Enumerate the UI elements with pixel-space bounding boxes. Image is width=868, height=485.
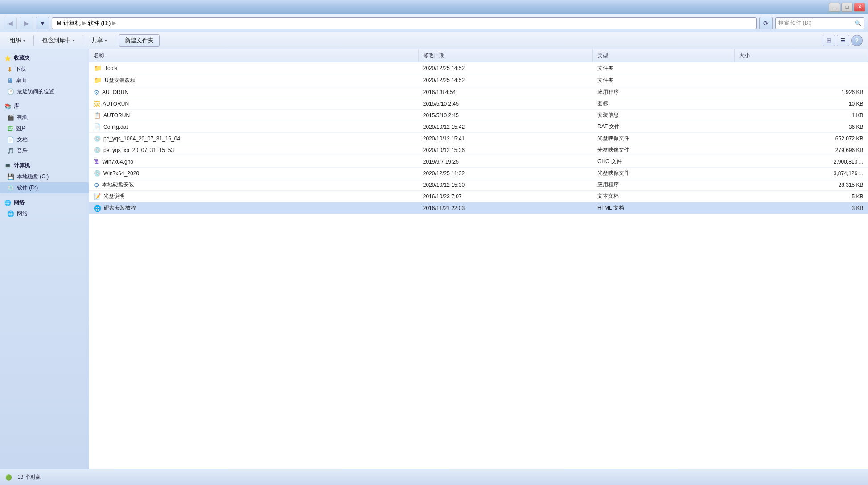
sidebar-item-d-drive[interactable]: 💿 软件 (D:) (0, 182, 89, 193)
download-icon: ⬇ (7, 66, 12, 73)
file-icon-folder: 📁 (94, 64, 102, 72)
breadcrumb-drive[interactable]: 软件 (D:) (88, 19, 111, 27)
sidebar-item-network[interactable]: 🌐 网络 (0, 208, 89, 219)
favorites-section: ⭐ 收藏夹 ⬇ 下载 🖥 桌面 🕐 最近访问的位置 (0, 53, 89, 97)
file-icon-iso: 💿 (94, 170, 101, 177)
column-size[interactable]: 大小 (734, 49, 868, 62)
c-drive-icon: 💾 (7, 173, 14, 180)
toolbar: 组织 ▾ 包含到库中 ▾ 共享 ▾ 新建文件夹 ⊞ ☰ ? (0, 32, 868, 49)
file-type: 文本文档 (593, 191, 734, 202)
file-size: 3,874,126 ... (734, 168, 868, 179)
maximize-button[interactable]: □ (841, 3, 853, 12)
star-icon: ⭐ (4, 55, 11, 62)
table-row[interactable]: 🌐 硬盘安装教程 2016/11/21 22:03 HTML 文档 3 KB (89, 202, 868, 214)
file-size: 1,926 KB (734, 86, 868, 98)
file-name: AUTORUN (102, 89, 128, 95)
file-modified: 2019/9/7 19:25 (419, 156, 593, 168)
file-type: 安装信息 (593, 110, 734, 121)
table-row[interactable]: 💿 Win7x64_2020 2020/12/25 11:32 光盘映像文件 3… (89, 168, 868, 179)
breadcrumb-sep-2: ▶ (112, 20, 116, 26)
file-name: Win7x64.gho (102, 159, 133, 165)
file-name: 光盘说明 (103, 193, 125, 200)
sidebar-item-recent[interactable]: 🕐 最近访问的位置 (0, 86, 89, 97)
file-type: 应用程序 (593, 179, 734, 191)
sidebar-item-doc[interactable]: 📄 文档 (0, 134, 89, 145)
file-modified: 2015/5/10 2:45 (419, 98, 593, 110)
column-name[interactable]: 名称 (89, 49, 419, 62)
file-name: pe_yqs_xp_20_07_31_15_53 (103, 147, 174, 153)
table-row[interactable]: 🗜 Win7x64.gho 2019/9/7 19:25 GHO 文件 2,90… (89, 156, 868, 168)
network-section: 🌐 网络 🌐 网络 (0, 197, 89, 219)
sidebar-item-video[interactable]: 🎬 视频 (0, 112, 89, 123)
refresh-button[interactable]: ⟳ (759, 17, 773, 29)
file-type: GHO 文件 (593, 156, 734, 168)
file-size (734, 74, 868, 86)
table-row[interactable]: 📁 U盘安装教程 2020/12/25 14:52 文件夹 (89, 74, 868, 86)
file-name: 本地硬盘安装 (102, 181, 134, 189)
table-row[interactable]: 📋 AUTORUN 2015/5/10 2:45 安装信息 1 KB (89, 110, 868, 121)
minimize-button[interactable]: – (829, 3, 840, 12)
file-size: 28,315 KB (734, 179, 868, 191)
file-modified: 2016/11/21 22:03 (419, 202, 593, 214)
file-size: 652,072 KB (734, 133, 868, 144)
file-modified: 2020/10/12 15:30 (419, 179, 593, 191)
close-button[interactable]: ✕ (854, 3, 865, 12)
table-row[interactable]: ⚙ AUTORUN 2016/1/8 4:54 应用程序 1,926 KB (89, 86, 868, 98)
file-icon-html: 🌐 (94, 205, 101, 212)
file-modified: 2015/5/10 2:45 (419, 110, 593, 121)
file-icon-inf: 📋 (94, 112, 101, 119)
table-row[interactable]: 💿 pe_yqs_xp_20_07_31_15_53 2020/10/12 15… (89, 144, 868, 156)
file-size (734, 62, 868, 74)
search-box[interactable]: 搜索 软件 (D:) 🔍 (775, 17, 864, 29)
forward-button[interactable]: ▶ (20, 17, 33, 29)
organize-button[interactable]: 组织 ▾ (5, 34, 30, 47)
table-row[interactable]: 🖼 AUTORUN 2015/5/10 2:45 图标 10 KB (89, 98, 868, 110)
share-button[interactable]: 共享 ▾ (87, 34, 111, 47)
view-button[interactable]: ⊞ (823, 35, 835, 46)
view-details-button[interactable]: ☰ (837, 35, 849, 46)
file-table: 名称 修改日期 类型 大小 📁 Tools 2020/12/25 14:52 文… (89, 49, 868, 214)
status-count: 13 个对象 (17, 473, 41, 481)
new-folder-button[interactable]: 新建文件夹 (119, 34, 160, 47)
share-chevron: ▾ (105, 38, 107, 43)
organize-chevron: ▾ (23, 38, 25, 43)
file-size: 1 KB (734, 110, 868, 121)
file-size: 3 KB (734, 202, 868, 214)
recent-locations-button[interactable]: ▾ (36, 17, 49, 29)
file-type: DAT 文件 (593, 121, 734, 133)
include-library-button[interactable]: 包含到库中 ▾ (37, 34, 79, 47)
sidebar-item-music[interactable]: 🎵 音乐 (0, 145, 89, 156)
help-button[interactable]: ? (851, 35, 863, 46)
file-modified: 2016/1/8 4:54 (419, 86, 593, 98)
table-row[interactable]: 📁 Tools 2020/12/25 14:52 文件夹 (89, 62, 868, 74)
desktop-icon: 🖥 (7, 77, 13, 84)
library-header: 📚 库 (0, 101, 89, 112)
network-header: 🌐 网络 (0, 197, 89, 208)
table-row[interactable]: 📝 光盘说明 2016/10/23 7:07 文本文档 5 KB (89, 191, 868, 202)
search-placeholder: 搜索 软件 (D:) (778, 19, 812, 27)
include-library-chevron: ▾ (73, 38, 75, 43)
breadcrumb-computer[interactable]: 计算机 (63, 19, 81, 27)
file-modified: 2016/10/23 7:07 (419, 191, 593, 202)
file-size: 36 KB (734, 121, 868, 133)
search-icon: 🔍 (855, 20, 861, 26)
recent-icon: 🕐 (7, 88, 14, 95)
table-row[interactable]: 📄 Config.dat 2020/10/12 15:42 DAT 文件 36 … (89, 121, 868, 133)
network-icon: 🌐 (4, 200, 11, 206)
table-row[interactable]: ⚙ 本地硬盘安装 2020/10/12 15:30 应用程序 28,315 KB (89, 179, 868, 191)
sidebar-item-desktop[interactable]: 🖥 桌面 (0, 75, 89, 86)
music-icon: 🎵 (7, 148, 14, 154)
titlebar: – □ ✕ (0, 0, 868, 14)
sidebar-item-image[interactable]: 🖼 图片 (0, 123, 89, 134)
back-button[interactable]: ◀ (4, 17, 17, 29)
sidebar-item-downloads[interactable]: ⬇ 下载 (0, 64, 89, 75)
computer-icon: 💻 (4, 163, 11, 169)
table-row[interactable]: 💿 pe_yqs_1064_20_07_31_16_04 2020/10/12 … (89, 133, 868, 144)
column-modified[interactable]: 修改日期 (419, 49, 593, 62)
file-modified: 2020/10/12 15:42 (419, 121, 593, 133)
file-name: Win7x64_2020 (103, 170, 139, 177)
sidebar-item-c-drive[interactable]: 💾 本地磁盘 (C:) (0, 171, 89, 182)
d-drive-icon: 💿 (7, 185, 14, 191)
file-type: 光盘映像文件 (593, 144, 734, 156)
column-type[interactable]: 类型 (593, 49, 734, 62)
